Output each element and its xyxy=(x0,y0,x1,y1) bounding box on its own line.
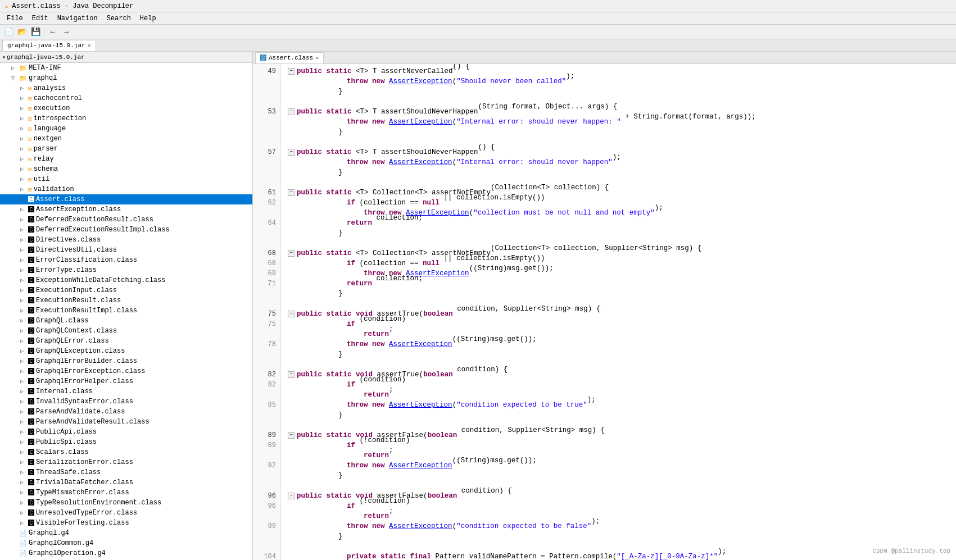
tree-item-directives[interactable]: ▷ 🅲 Directives.class xyxy=(0,235,252,245)
tree-item-validation[interactable]: ▷ ⊞ validation xyxy=(0,184,252,194)
expand-icon-deferredexecutionresultimpl: ▷ xyxy=(20,226,28,233)
tree-item-relay[interactable]: ▷ ⊞ relay xyxy=(0,154,252,164)
menu-navigation[interactable]: Navigation xyxy=(53,13,102,24)
tree-item-graphql[interactable]: ▽ 📁 graphql xyxy=(0,73,252,83)
tree-label-deferredexecutionresultimpl: DeferredExecutionResultImpl.class xyxy=(36,226,170,234)
expand-icon-visiblefortesting: ▷ xyxy=(20,520,28,526)
tree-item-visiblefortesting[interactable]: ▷ 🅲 VisibleForTesting.class xyxy=(0,518,252,528)
tree-item-cachecontrol[interactable]: ▷ ⊞ cachecontrol xyxy=(0,93,252,103)
save-button[interactable]: 💾 xyxy=(29,26,42,38)
tree-item-trivialdatafetcher[interactable]: ▷ 🅲 TrivialDataFetcher.class xyxy=(0,477,252,488)
tree-item-publicapi[interactable]: ▷ 🅲 PublicApi.class xyxy=(0,427,252,437)
pkg-icon-parser: ⊞ xyxy=(28,145,32,153)
open-button[interactable]: 📂 xyxy=(16,26,28,38)
expand-icon-relay: ▷ xyxy=(20,156,28,162)
tree-label-publicapi: PublicApi.class xyxy=(36,428,97,436)
folder-icon-meta-inf: 📁 xyxy=(19,65,27,72)
tree-item-graphqlerrorexception[interactable]: ▷ 🅲 GraphqlErrorException.class xyxy=(0,366,252,376)
code-line-78: throw new AssertException((String)msg.ge… xyxy=(288,339,956,349)
forward-button[interactable]: → xyxy=(60,26,73,38)
tree-item-serializationerror[interactable]: ▷ 🅲 SerializationError.class xyxy=(0,457,252,467)
code-line-51: } xyxy=(288,86,956,97)
tree-item-schema[interactable]: ▷ ⊞ schema xyxy=(0,164,252,174)
tree-item-graphql[interactable]: ▷ 🅲 GraphQL.class xyxy=(0,316,252,326)
tree-item-scalars[interactable]: ▷ 🅲 Scalars.class xyxy=(0,447,252,457)
tree-item-typemismatcherror[interactable]: ▷ 🅲 TypeMismatchError.class xyxy=(0,488,252,498)
tree-item-graphqlexception[interactable]: ▷ 🅲 GraphQLException.class xyxy=(0,346,252,356)
tree-item-assertexception-class[interactable]: ▷ 🅲 AssertException.class xyxy=(0,204,252,215)
tree-item-assert-class[interactable]: ▷ 🅲 Assert.class xyxy=(0,194,252,204)
tree-item-publicspi[interactable]: ▷ 🅲 PublicSpi.class xyxy=(0,437,252,447)
tree-item-unresolvedtypeerror[interactable]: ▷ 🅲 UnresolvedTypeError.class xyxy=(0,508,252,518)
ln-89a: 89 xyxy=(253,440,280,450)
tree-item-invalidsyntaxerror[interactable]: ▷ 🅲 InvalidSyntaxError.class xyxy=(0,397,252,407)
class-icon-typeresolutionenvironment: 🅲 xyxy=(28,499,34,507)
tree-item-executionresult[interactable]: ▷ 🅲 ExecutionResult.class xyxy=(0,295,252,306)
tree-label-unresolvedtypeerror: UnresolvedTypeError.class xyxy=(36,509,137,517)
tree-item-typeresolutionenvironment[interactable]: ▷ 🅲 TypeResolutionEnvironment.class xyxy=(0,498,252,508)
tree-item-language[interactable]: ▷ ⊞ language xyxy=(0,124,252,134)
ln-93 xyxy=(253,471,280,481)
jar-tab[interactable]: graphql-java-15.0.jar ✕ xyxy=(2,40,96,51)
menu-edit[interactable]: Edit xyxy=(28,13,53,24)
expand-icon-errorclassification: ▷ xyxy=(20,257,28,263)
tree-item-graphqlerrorbuilder[interactable]: ▷ 🅲 GraphqlErrorBuilder.class xyxy=(0,356,252,366)
tree-item-nextgen[interactable]: ▷ ⊞ nextgen xyxy=(0,134,252,144)
menu-file[interactable]: File xyxy=(2,13,28,24)
tree-item-graphqlcontext[interactable]: ▷ 🅲 GraphQLContext.class xyxy=(0,326,252,336)
pkg-icon-execution: ⊞ xyxy=(28,105,32,112)
tree-item-graphql-g4[interactable]: 📄 Graphql.g4 xyxy=(0,528,252,538)
tree-item-deferredexecutionresult[interactable]: ▷ 🅲 DeferredExecutionResult.class xyxy=(0,215,252,225)
tree-label-typemismatcherror: TypeMismatchError.class xyxy=(36,489,129,497)
code-line-52-blank xyxy=(288,97,956,107)
code-editor-panel: 🅲 Assert.class ✕ 49 53 57 xyxy=(253,52,956,560)
tree-item-internal[interactable]: ▷ 🅲 Internal.class xyxy=(0,386,252,397)
tree-item-introspection[interactable]: ▷ ⊞ introspection xyxy=(0,113,252,124)
tree-item-executioninput[interactable]: ▷ 🅲 ExecutionInput.class xyxy=(0,285,252,295)
code-line-90: return; xyxy=(288,450,956,461)
tree-item-deferredexecutionresultimpl[interactable]: ▷ 🅲 DeferredExecutionResultImpl.class xyxy=(0,225,252,235)
code-line-58: throw new AssertException("Internal erro… xyxy=(288,157,956,167)
tree-item-executionresultimpl[interactable]: ▷ 🅲 ExecutionResultImpl.class xyxy=(0,306,252,316)
tree-item-graphqloperation-g4[interactable]: 📄 GraphqlOperation.g4 xyxy=(0,548,252,558)
jar-tab-close[interactable]: ✕ xyxy=(88,42,91,49)
expand-icon-graphqlerror: ▷ xyxy=(20,338,28,344)
back-button[interactable]: ← xyxy=(47,26,59,38)
tree-item-threadsafe[interactable]: ▷ 🅲 ThreadSafe.class xyxy=(0,467,252,477)
tree-label-graphqlcontext: GraphQLContext.class xyxy=(36,327,117,335)
tree-item-graphqlerror[interactable]: ▷ 🅲 GraphQLError.class xyxy=(0,336,252,346)
tree-item-errorclassification[interactable]: ▷ 🅲 ErrorClassification.class xyxy=(0,255,252,265)
tree-label-meta-inf: META-INF xyxy=(29,64,61,72)
tree-item-parser[interactable]: ▷ ⊞ parser xyxy=(0,144,252,154)
pkg-icon-util: ⊞ xyxy=(28,176,32,183)
tree-item-meta-inf[interactable]: ▷ 📁 META-INF xyxy=(0,63,252,73)
menu-search[interactable]: Search xyxy=(102,13,135,24)
tree-item-parseandvalidateresult[interactable]: ▷ 🅲 ParseAndValidateResult.class xyxy=(0,417,252,427)
tree-item-util[interactable]: ▷ ⊞ util xyxy=(0,174,252,184)
ln-99: 99 xyxy=(253,521,280,531)
class-icon-exceptionwhiledatafetching: 🅲 xyxy=(28,277,34,284)
code-line-67: − public static <T> Collection<T> assert… xyxy=(288,248,956,258)
code-tab-close[interactable]: ✕ xyxy=(315,54,319,61)
tree-item-execution[interactable]: ▷ ⊞ execution xyxy=(0,103,252,113)
tree-label-publicspi: PublicSpi.class xyxy=(36,438,97,446)
tree-item-analysis[interactable]: ▷ ⊞ analysis xyxy=(0,83,252,93)
tree-label-nextgen: nextgen xyxy=(34,135,62,143)
ln-61: 61 xyxy=(253,188,280,198)
menu-help[interactable]: Help xyxy=(135,13,161,24)
tree-item-graphqlcommon-g4[interactable]: 📄 GraphqlCommon.g4 xyxy=(0,538,252,548)
code-tab-assert[interactable]: 🅲 Assert.class ✕ xyxy=(255,52,324,63)
tree-item-parseandvalidate[interactable]: ▷ 🅲 ParseAndValidate.class xyxy=(0,407,252,417)
tree-item-errortype[interactable]: ▷ 🅲 ErrorType.class xyxy=(0,265,252,275)
expand-icon-assertexception: ▷ xyxy=(20,206,28,213)
expand-icon-graphqlerrorbuilder: ▷ xyxy=(20,358,28,365)
tree-item-directivesutil[interactable]: ▷ 🅲 DirectivesUtil.class xyxy=(0,245,252,255)
tree-item-exceptionwhiledatafetching[interactable]: ▷ 🅲 ExceptionWhileDataFetching.class xyxy=(0,275,252,285)
new-button[interactable]: 📄 xyxy=(2,26,15,38)
tree-label-execution: execution xyxy=(34,104,70,112)
tree-label-parseandvalidate: ParseAndValidate.class xyxy=(36,408,125,416)
tree-item-graphqlerrorhelper[interactable]: ▷ 🅲 GraphqlErrorHelper.class xyxy=(0,376,252,386)
code-line-73-blank xyxy=(288,299,956,309)
expand-icon-graphql-class: ▷ xyxy=(20,317,28,324)
code-line-71: return collection; xyxy=(288,279,956,289)
